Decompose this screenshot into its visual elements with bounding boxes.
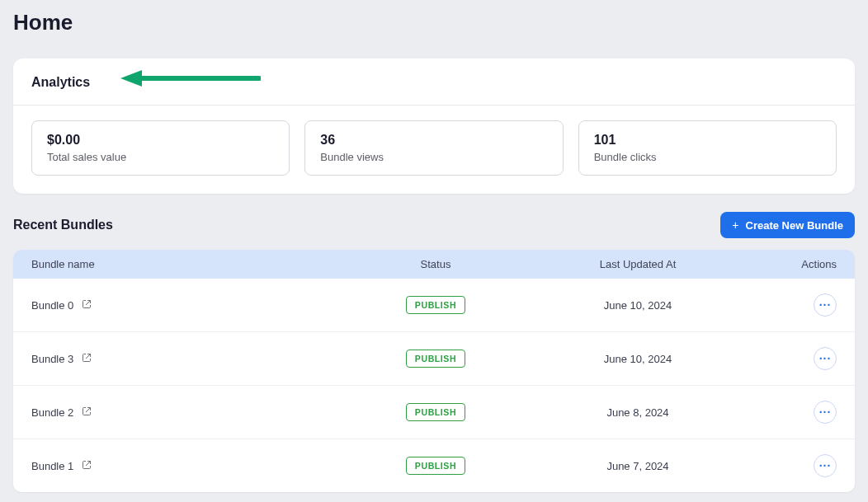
- external-link-icon: [82, 406, 92, 419]
- actions-cell: ···: [757, 454, 837, 477]
- external-link-icon: [82, 353, 92, 365]
- analytics-card: Analytics $0.00 Total sales value 36 Bun…: [13, 59, 855, 194]
- last-updated-cell: June 8, 2024: [518, 406, 757, 419]
- last-updated-cell: June 10, 2024: [518, 299, 757, 312]
- more-horizontal-icon: ···: [819, 406, 832, 418]
- bundle-name-text: Bundle 2: [31, 406, 73, 419]
- status-cell: PUBLISH: [353, 350, 518, 368]
- row-actions-button[interactable]: ···: [814, 347, 837, 370]
- table-row: Bundle 2 PUBLISH June 8, 2024 ···: [13, 386, 855, 439]
- metric-label: Total sales value: [47, 151, 274, 163]
- status-badge: PUBLISH: [406, 457, 465, 475]
- external-link-icon: [82, 460, 92, 472]
- metric-value: $0.00: [47, 133, 274, 148]
- table-row: Bundle 3 PUBLISH June 10, 2024 ···: [13, 332, 855, 386]
- divider: [13, 105, 855, 106]
- metric-total-sales: $0.00 Total sales value: [31, 120, 290, 176]
- metric-value: 101: [594, 133, 821, 148]
- actions-cell: ···: [757, 293, 837, 317]
- bundle-name-link[interactable]: Bundle 2: [31, 406, 353, 419]
- status-badge: PUBLISH: [406, 296, 465, 314]
- bundle-name-text: Bundle 3: [31, 353, 73, 365]
- bundle-name-text: Bundle 1: [31, 460, 73, 472]
- bundle-name-text: Bundle 0: [31, 299, 73, 312]
- bundle-name-link[interactable]: Bundle 1: [31, 460, 353, 472]
- last-updated-cell: June 10, 2024: [518, 353, 757, 365]
- analytics-heading: Analytics: [31, 75, 837, 105]
- page-title: Home: [13, 10, 855, 35]
- status-cell: PUBLISH: [353, 457, 518, 475]
- external-link-icon: [82, 299, 92, 312]
- metric-label: Bundle clicks: [594, 151, 821, 163]
- col-header-updated: Last Updated At: [518, 258, 757, 270]
- row-actions-button[interactable]: ···: [814, 293, 837, 317]
- status-badge: PUBLISH: [406, 350, 465, 368]
- row-actions-button[interactable]: ···: [814, 401, 837, 424]
- col-header-bundle-name: Bundle name: [31, 258, 353, 270]
- status-badge: PUBLISH: [406, 403, 465, 421]
- table-row: Bundle 1 PUBLISH June 7, 2024 ···: [13, 439, 855, 492]
- create-new-bundle-button[interactable]: + Create New Bundle: [720, 212, 855, 238]
- status-cell: PUBLISH: [353, 403, 518, 421]
- metric-label: Bundle views: [320, 151, 547, 163]
- recent-bundles-header: Recent Bundles + Create New Bundle: [13, 212, 855, 238]
- plus-icon: +: [732, 218, 738, 232]
- recent-bundles-heading: Recent Bundles: [13, 218, 113, 232]
- actions-cell: ···: [757, 401, 837, 424]
- more-horizontal-icon: ···: [819, 299, 832, 311]
- col-header-actions: Actions: [757, 258, 837, 270]
- col-header-status: Status: [353, 258, 518, 270]
- create-button-label: Create New Bundle: [746, 219, 843, 232]
- table-row: Bundle 0 PUBLISH June 10, 2024 ···: [13, 279, 855, 332]
- more-horizontal-icon: ···: [819, 460, 832, 472]
- table-header-row: Bundle name Status Last Updated At Actio…: [13, 250, 855, 279]
- metrics-row: $0.00 Total sales value 36 Bundle views …: [31, 120, 837, 176]
- metric-bundle-clicks: 101 Bundle clicks: [578, 120, 837, 176]
- metric-value: 36: [320, 133, 547, 148]
- metric-bundle-views: 36 Bundle views: [304, 120, 563, 176]
- more-horizontal-icon: ···: [819, 353, 832, 364]
- status-cell: PUBLISH: [353, 296, 518, 314]
- actions-cell: ···: [757, 347, 837, 370]
- bundle-name-link[interactable]: Bundle 0: [31, 299, 353, 312]
- row-actions-button[interactable]: ···: [814, 454, 837, 477]
- bundle-name-link[interactable]: Bundle 3: [31, 353, 353, 365]
- last-updated-cell: June 7, 2024: [518, 460, 757, 472]
- bundles-table: Bundle name Status Last Updated At Actio…: [13, 250, 855, 492]
